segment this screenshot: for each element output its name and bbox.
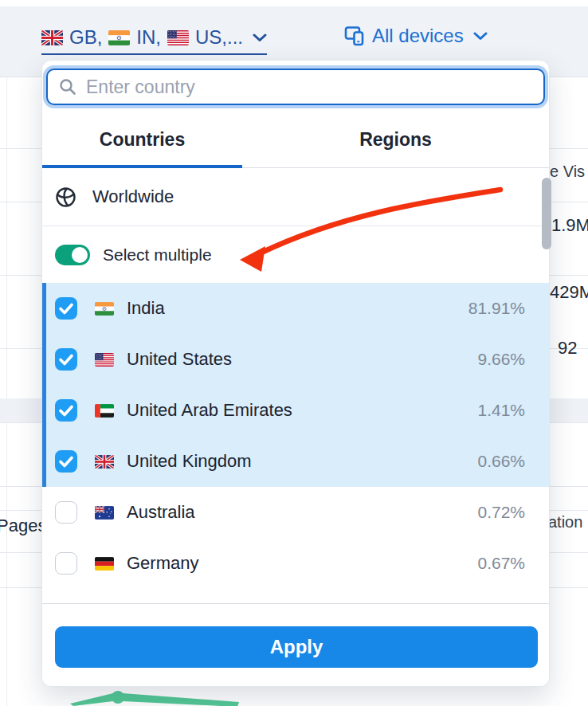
bg-vertical-border — [6, 77, 7, 706]
checkbox-unchecked[interactable] — [55, 552, 77, 575]
chevron-down-icon — [473, 32, 488, 41]
country-traffic-share: 81.91% — [468, 299, 536, 318]
country-traffic-share: 1.41% — [477, 401, 536, 420]
devices-icon — [344, 25, 366, 46]
bg-text-fragment: e Vis — [550, 163, 585, 181]
check-icon — [55, 297, 77, 320]
us-flag-icon — [95, 353, 114, 367]
checkbox-checked[interactable] — [55, 348, 77, 371]
country-traffic-share: 9.66% — [477, 350, 536, 369]
country-search-input[interactable] — [86, 76, 532, 98]
globe-icon — [55, 186, 76, 208]
check-icon — [55, 399, 77, 422]
worldwide-option[interactable]: Worldwide — [42, 168, 549, 226]
select-multiple-row: Select multiple — [42, 226, 549, 283]
country-row[interactable]: Australia0.72% — [42, 487, 549, 538]
search-icon — [59, 78, 76, 96]
bg-text-fragment: 1.9M — [551, 215, 588, 236]
country-row[interactable]: Germany0.67% — [42, 538, 549, 589]
worldwide-label: Worldwide — [92, 186, 174, 207]
toggle-knob — [72, 247, 88, 263]
country-traffic-share: 0.67% — [477, 554, 536, 573]
bg-text-fragment: 429M — [550, 282, 588, 303]
country-row[interactable]: United Arab Emirates1.41% — [42, 385, 549, 436]
sparkline-chart — [64, 688, 255, 706]
country-name: Germany — [127, 553, 198, 574]
check-icon — [55, 348, 77, 371]
devices-filter-trigger[interactable]: All devices — [344, 25, 488, 47]
country-row[interactable]: India81.91% — [42, 283, 549, 334]
us-flag-icon — [167, 30, 189, 45]
tab-countries[interactable]: Countries — [42, 112, 242, 167]
in-flag-icon — [95, 302, 114, 316]
country-name: Australia — [127, 502, 195, 523]
bg-text-fragment: ation — [548, 513, 582, 531]
countries-filter-trigger[interactable]: GB,IN,US,... — [41, 26, 267, 55]
ae-flag-icon — [95, 404, 114, 418]
country-name: United Arab Emirates — [127, 400, 292, 421]
au-flag-icon — [95, 506, 114, 520]
countries-trigger-label: US,... — [195, 26, 243, 49]
country-traffic-share: 0.66% — [477, 452, 536, 471]
apply-button[interactable]: Apply — [55, 626, 538, 668]
select-multiple-label: Select multiple — [103, 245, 212, 265]
chevron-down-icon — [253, 33, 267, 42]
checkbox-checked[interactable] — [55, 399, 77, 422]
unselected-countries-block: Australia0.72%Germany0.67% — [42, 487, 549, 589]
tab-regions[interactable]: Regions — [242, 112, 549, 167]
check-icon — [55, 450, 77, 473]
country-search-field[interactable] — [46, 69, 545, 105]
checkbox-unchecked[interactable] — [55, 501, 77, 524]
country-list: Worldwide Select multiple India81.91%Uni… — [42, 168, 549, 603]
checkbox-checked[interactable] — [55, 297, 77, 320]
checkbox-checked[interactable] — [55, 450, 77, 473]
country-name: United Kingdom — [127, 451, 252, 472]
bg-text-fragment: 92 — [558, 338, 577, 359]
country-name: India — [127, 298, 165, 319]
bg-text-fragment: Pages — [0, 516, 46, 536]
country-row[interactable]: United Kingdom0.66% — [42, 436, 549, 487]
country-row[interactable]: United States9.66% — [42, 334, 549, 385]
de-flag-icon — [95, 557, 114, 571]
devices-trigger-label: All devices — [372, 25, 464, 47]
gb-flag-icon — [95, 455, 114, 469]
select-multiple-toggle[interactable] — [55, 245, 90, 265]
countries-trigger-label: GB, — [69, 26, 102, 49]
dropdown-tabs: Countries Regions — [42, 112, 549, 168]
scrollbar-thumb[interactable] — [542, 178, 551, 249]
dropdown-footer: Apply — [42, 603, 549, 686]
selected-countries-block: India81.91%United States9.66%United Arab… — [42, 283, 549, 487]
country-name: United States — [127, 349, 232, 370]
countries-trigger-label: IN, — [136, 26, 161, 49]
country-selector-dropdown: Countries Regions Worldwide Select multi… — [41, 60, 550, 687]
country-traffic-share: 0.72% — [477, 503, 536, 522]
in-flag-icon — [108, 30, 130, 45]
gb-flag-icon — [41, 30, 63, 45]
